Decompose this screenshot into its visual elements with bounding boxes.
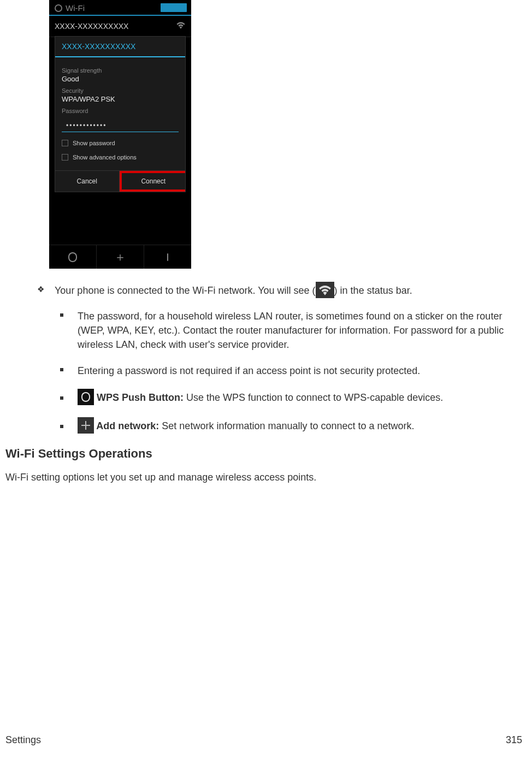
wps-desc: Use the WPS function to connect to WPS-c… (186, 392, 443, 403)
phone-header: Wi-Fi (49, 0, 191, 14)
wps-label: WPS Push Button: (94, 392, 186, 403)
signal-label: Signal strength (62, 67, 179, 74)
network-name: XXXX-XXXXXXXXXX (55, 22, 128, 31)
security-value: WPA/WPA2 PSK (62, 95, 179, 103)
wifi-connect-dialog: XXXX-XXXXXXXXXX Signal strength Good Sec… (55, 36, 186, 192)
password-input[interactable]: •••••••••••• (62, 116, 179, 132)
checkbox-icon (62, 140, 68, 146)
plus-icon: ＋ (114, 249, 126, 265)
section-heading: Wi-Fi Settings Operations (5, 447, 527, 461)
password-label: Password (62, 108, 179, 114)
gear-icon (55, 4, 62, 12)
checkbox-icon (62, 154, 68, 161)
show-password-row[interactable]: Show password (62, 140, 179, 146)
wifi-icon (176, 21, 186, 31)
connect-button[interactable]: Connect (120, 171, 186, 192)
list-item: Your phone is connected to the Wi-Fi net… (37, 283, 527, 299)
password-note: The password, for a household wireless L… (78, 311, 504, 350)
show-password-label: Show password (73, 140, 115, 146)
signal-value: Good (62, 75, 179, 83)
add-network-label: Add network: (94, 420, 162, 431)
phone-bottom-bar: ＋ (49, 245, 191, 269)
list-item: WPS Push Button: Use the WPS function to… (60, 390, 527, 406)
wifi-title: Wi-Fi (66, 3, 161, 13)
list-item: Entering a password is not required if a… (60, 364, 527, 378)
wifi-toggle[interactable] (161, 3, 187, 12)
wps-icon (67, 252, 78, 263)
show-advanced-label: Show advanced options (73, 154, 137, 161)
wifi-status-icon (316, 282, 334, 298)
network-row[interactable]: XXXX-XXXXXXXXXX (49, 16, 191, 37)
more-icon (167, 253, 168, 261)
list-item: Add network: Set network information man… (60, 418, 527, 435)
footer-left: Settings (5, 734, 41, 746)
page-footer: Settings 315 (5, 734, 522, 746)
wps-button[interactable] (49, 245, 97, 269)
connected-text-post: ) in the status bar. (334, 285, 412, 296)
dialog-buttons: Cancel Connect (55, 170, 185, 192)
add-network-button[interactable]: ＋ (97, 245, 144, 269)
phone-screenshot: Wi-Fi XXXX-XXXXXXXXXX XXXX-XXXXXXXXXX Si… (49, 0, 191, 269)
no-password-note: Entering a password is not required if a… (78, 365, 420, 376)
section-body: Wi-Fi setting options let you set up and… (5, 471, 527, 484)
list-item: The password, for a household wireless L… (60, 309, 527, 352)
plus-icon (78, 417, 94, 434)
add-network-desc: Set network information manually to conn… (162, 420, 414, 431)
footer-page-number: 315 (506, 734, 522, 746)
show-advanced-row[interactable]: Show advanced options (62, 154, 179, 161)
connected-text-pre: Your phone is connected to the Wi-Fi net… (55, 285, 316, 296)
dialog-title: XXXX-XXXXXXXXXX (55, 37, 185, 57)
security-label: Security (62, 87, 179, 94)
cancel-button[interactable]: Cancel (55, 171, 120, 192)
wps-icon (78, 389, 94, 405)
more-button[interactable] (144, 245, 191, 269)
